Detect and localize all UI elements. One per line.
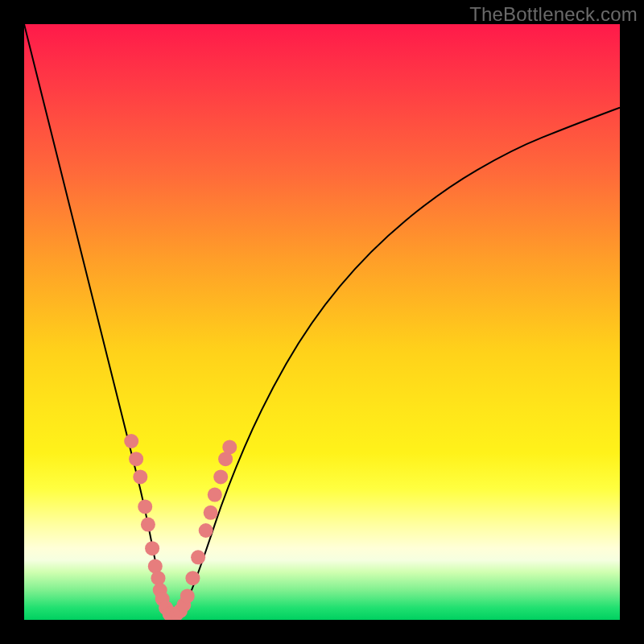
curve-marker	[138, 499, 152, 514]
curve-marker	[129, 452, 143, 466]
curve-markers	[124, 434, 237, 620]
curve-marker	[213, 469, 228, 484]
plot-area	[24, 24, 620, 620]
curve-marker	[204, 506, 218, 520]
curve-marker	[180, 588, 195, 603]
bottleneck-curve	[24, 24, 620, 617]
curve-marker	[199, 523, 213, 538]
curve-marker	[191, 550, 205, 564]
curve-marker	[141, 518, 155, 532]
chart-container: TheBottleneck.com	[0, 0, 644, 644]
curve-marker	[185, 571, 200, 585]
source-watermark: TheBottleneck.com	[469, 3, 638, 26]
curve-marker	[222, 440, 237, 454]
curve-marker	[133, 469, 147, 484]
curve-marker	[208, 488, 222, 502]
curve-marker	[124, 434, 138, 448]
curve-marker	[145, 541, 159, 555]
curve-svg	[24, 24, 620, 620]
